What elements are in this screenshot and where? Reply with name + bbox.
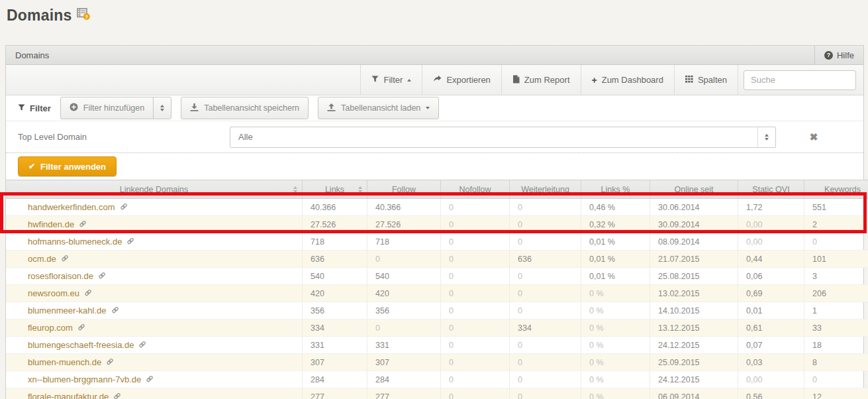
table-row: blumenmeer-kahl.de356356000 %14.10.20150… bbox=[6, 302, 868, 319]
search-input[interactable] bbox=[744, 70, 856, 90]
domain-link[interactable]: xn--blumen-brggmann-7vb.de bbox=[28, 374, 141, 384]
export-button[interactable]: Exportieren bbox=[422, 65, 501, 95]
caret-down-icon bbox=[160, 109, 164, 111]
save-table-view-button[interactable]: Tabellenansicht speichern bbox=[181, 97, 309, 119]
chain-link-icon[interactable] bbox=[77, 323, 85, 333]
cell-nofollow: 0 bbox=[441, 285, 510, 302]
tld-select[interactable]: Alle bbox=[230, 127, 776, 148]
domain-link[interactable]: fleurop.com bbox=[28, 323, 73, 333]
cell-weiterleitung: 0 bbox=[510, 302, 581, 319]
domain-link[interactable]: hofmanns-blumeneck.de bbox=[28, 237, 122, 247]
cell-static_ovi: 1,72 bbox=[738, 199, 804, 216]
cell-keywords: 0 bbox=[804, 371, 868, 388]
chain-link-icon[interactable] bbox=[61, 255, 69, 264]
domain-link[interactable]: rosesfloraison.de bbox=[28, 271, 93, 281]
table-row: hwfinden.de27.52627.526000,32 %30.09.201… bbox=[6, 216, 868, 233]
column-label: Follow bbox=[392, 185, 416, 194]
caret-down-icon bbox=[426, 107, 430, 109]
cell-nofollow: 0 bbox=[441, 199, 510, 216]
column-label: Linkende Domains bbox=[120, 185, 189, 194]
criteria-field-label: Top Level Domain bbox=[18, 132, 230, 142]
add-filter-dropdown-toggle[interactable] bbox=[153, 97, 171, 119]
filter-criteria-row: Top Level Domain Alle ✖ bbox=[6, 121, 863, 153]
tutorial-video-icon[interactable]: ? bbox=[77, 8, 91, 23]
cell-static_ovi: 0,01 bbox=[738, 302, 804, 319]
panel-header: Domains ? Hilfe bbox=[6, 46, 863, 65]
cell-follow: 420 bbox=[367, 285, 441, 302]
cell-keywords: 0 bbox=[804, 233, 868, 251]
load-table-view-button[interactable]: Tabellenansicht laden bbox=[318, 97, 439, 119]
column-header-links[interactable]: Links bbox=[303, 180, 367, 199]
column-label: Links % bbox=[601, 185, 630, 194]
dashboard-button[interactable]: + Zum Dashboard bbox=[581, 65, 674, 95]
domain-link[interactable]: newsroom.eu bbox=[28, 288, 79, 298]
table-body: handwerkerfinden.com40.36640.366000,46 %… bbox=[6, 199, 868, 399]
cell-nofollow: 0 bbox=[441, 233, 510, 251]
domain-link[interactable]: blumengeschaeft-freesia.de bbox=[28, 340, 134, 350]
cell-links: 636 bbox=[303, 251, 367, 268]
select-spinner[interactable] bbox=[757, 127, 775, 147]
chain-link-icon[interactable] bbox=[84, 289, 92, 299]
domain-link[interactable]: florale-manufaktur.de bbox=[28, 392, 109, 399]
cell-keywords: 1 bbox=[804, 302, 868, 319]
cell-links_pct: 0,01 % bbox=[581, 251, 650, 268]
column-label: Links bbox=[325, 185, 344, 194]
cell-static_ovi: 0,03 bbox=[738, 354, 804, 371]
table-row: ocm.de636006360,01 %21.07.20150,44101 bbox=[6, 251, 868, 268]
cell-static_ovi: 0,00 bbox=[738, 216, 804, 233]
grid-icon bbox=[685, 75, 693, 85]
cell-domain: blumengeschaeft-freesia.de bbox=[6, 337, 303, 354]
cell-nofollow: 0 bbox=[441, 388, 510, 399]
cell-links: 331 bbox=[303, 337, 367, 354]
cell-domain: ocm.de bbox=[6, 251, 303, 268]
table-row: florale-manufaktur.de277277000 %06.09.20… bbox=[6, 388, 868, 399]
report-button[interactable]: Zum Report bbox=[501, 65, 581, 95]
svg-text:?: ? bbox=[85, 14, 88, 20]
caret-up-icon bbox=[407, 79, 411, 82]
cell-links_pct: 0,01 % bbox=[581, 233, 650, 251]
chain-link-icon[interactable] bbox=[126, 237, 134, 247]
cell-links_pct: 0 % bbox=[581, 388, 650, 399]
help-button[interactable]: ? Hilfe bbox=[814, 46, 863, 64]
domain-link[interactable]: blumen-muench.de bbox=[28, 357, 101, 367]
sort-icon[interactable] bbox=[293, 186, 297, 193]
domain-link[interactable]: handwerkerfinden.com bbox=[28, 202, 115, 212]
chain-link-icon[interactable] bbox=[106, 358, 114, 368]
cell-weiterleitung: 0 bbox=[510, 199, 581, 216]
sort-icon[interactable] bbox=[358, 186, 362, 193]
cell-nofollow: 0 bbox=[441, 354, 510, 371]
chain-link-icon[interactable] bbox=[98, 272, 106, 282]
cell-domain: newsroom.eu bbox=[6, 285, 303, 302]
column-header-online_seit: Online seit bbox=[650, 180, 738, 199]
cell-follow: 27.526 bbox=[367, 216, 441, 233]
caret-up-icon bbox=[765, 134, 769, 137]
apply-filter-button[interactable]: ✔ Filter anwenden bbox=[18, 156, 117, 176]
columns-button[interactable]: Spalten bbox=[674, 65, 738, 95]
domain-link[interactable]: ocm.de bbox=[28, 254, 56, 264]
filter-toggle-button[interactable]: Filter bbox=[360, 65, 422, 95]
chain-link-icon[interactable] bbox=[146, 375, 154, 385]
column-label: Static OVI bbox=[752, 185, 789, 194]
panel-title: Domains bbox=[6, 50, 814, 60]
cell-domain: rosesfloraison.de bbox=[6, 268, 303, 285]
column-label: Keywords bbox=[824, 185, 861, 194]
chain-link-icon[interactable] bbox=[111, 306, 119, 316]
cell-nofollow: 0 bbox=[441, 268, 510, 285]
cell-static_ovi: 0,61 bbox=[738, 319, 804, 337]
chain-link-icon[interactable] bbox=[138, 341, 146, 351]
chain-link-icon[interactable] bbox=[79, 220, 87, 230]
domain-link[interactable]: blumenmeer-kahl.de bbox=[28, 306, 107, 315]
cell-static_ovi: 0,00 bbox=[738, 371, 804, 388]
column-header-domain[interactable]: Linkende Domains bbox=[6, 180, 303, 199]
remove-filter-icon[interactable]: ✖ bbox=[810, 131, 818, 142]
column-header-static_ovi: Static OVI bbox=[738, 180, 804, 199]
chain-link-icon[interactable] bbox=[120, 203, 128, 213]
cell-links: 40.366 bbox=[303, 199, 367, 216]
download-icon bbox=[190, 103, 199, 113]
cell-weiterleitung: 0 bbox=[510, 268, 581, 285]
add-filter-button[interactable]: Filter hinzufügen bbox=[60, 97, 171, 119]
cell-weiterleitung: 0 bbox=[510, 337, 581, 354]
funnel-icon bbox=[18, 103, 25, 113]
chain-link-icon[interactable] bbox=[113, 392, 121, 399]
domain-link[interactable]: hwfinden.de bbox=[28, 219, 74, 229]
